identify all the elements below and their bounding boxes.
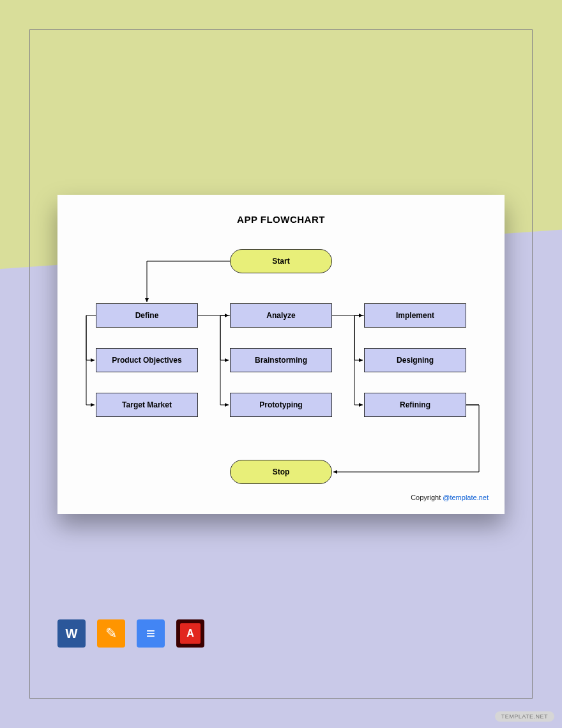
copyright: Copyright @template.net: [411, 494, 489, 501]
google-docs-icon: [137, 619, 165, 648]
copyright-link[interactable]: @template.net: [443, 494, 489, 501]
app-icons-row: [57, 619, 204, 648]
pages-icon: [97, 619, 125, 648]
flowchart-card: APP FLOWCHART Start Stop Define Product …: [57, 195, 505, 514]
watermark-badge: TEMPLATE.NET: [495, 711, 554, 722]
pdf-icon: [176, 619, 204, 648]
word-icon: [57, 619, 86, 648]
connectors: [57, 195, 505, 514]
